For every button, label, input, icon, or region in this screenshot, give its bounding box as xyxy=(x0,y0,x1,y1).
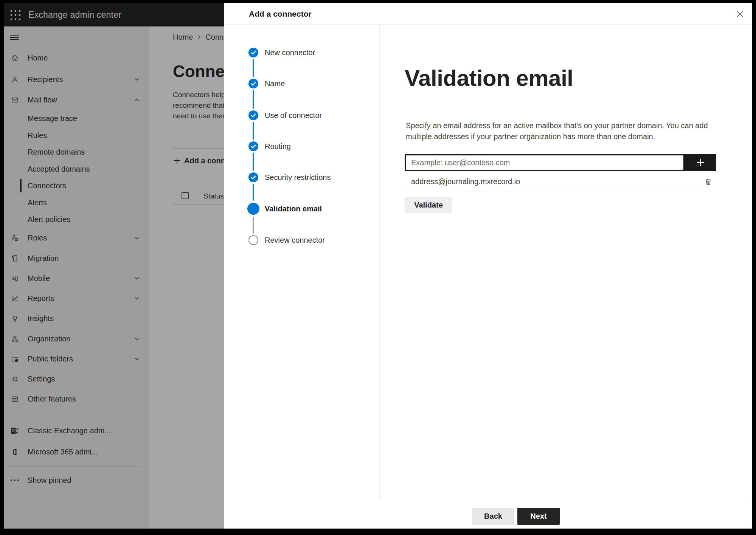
step-completed-icon xyxy=(248,110,258,120)
step-description-line: Specify an email address for an active m… xyxy=(406,120,708,131)
panel-footer: Back Next xyxy=(224,500,752,529)
step-label: Review connector xyxy=(265,236,325,245)
step-completed-icon xyxy=(248,48,258,57)
wizard-steps: New connector Name Use of connector Rout… xyxy=(224,25,380,500)
back-button[interactable]: Back xyxy=(472,508,514,525)
close-icon xyxy=(735,9,744,19)
validation-email-input[interactable] xyxy=(405,154,685,171)
step-connector-line xyxy=(253,90,254,109)
step-connector-line xyxy=(253,217,254,234)
step-label: New connector xyxy=(265,48,315,57)
trash-icon xyxy=(704,178,713,186)
email-address-value: address@journaling.mxrecord.io xyxy=(411,177,520,186)
step-label: Validation email xyxy=(265,205,322,213)
step-upcoming-icon xyxy=(248,235,258,245)
step-connector-line xyxy=(253,184,254,201)
panel-title: Add a connector xyxy=(249,3,312,25)
step-description-line: multiple addresses if your partner organ… xyxy=(406,131,708,142)
validate-button[interactable]: Validate xyxy=(405,197,452,213)
step-label: Security restrictions xyxy=(265,173,331,182)
step-completed-icon xyxy=(248,172,258,182)
validation-email-step-content: Validation email Specify an email addres… xyxy=(380,25,752,500)
step-connector-line xyxy=(253,153,254,171)
step-connector-line xyxy=(253,122,254,140)
step-description: Specify an email address for an active m… xyxy=(406,120,708,142)
address-list-divider xyxy=(405,191,716,191)
step-heading: Validation email xyxy=(405,65,573,91)
next-button[interactable]: Next xyxy=(517,508,560,525)
step-completed-icon xyxy=(248,141,258,151)
plus-icon xyxy=(695,158,705,167)
step-completed-icon xyxy=(248,79,258,88)
delete-address-button[interactable] xyxy=(701,174,716,189)
close-button[interactable] xyxy=(734,8,746,20)
add-connector-panel: Add a connector New connector Name xyxy=(224,3,752,529)
step-current-icon xyxy=(247,203,259,215)
email-address-row: address@journaling.mxrecord.io xyxy=(405,174,716,189)
app-window: Exchange admin center Home Recipients Ma… xyxy=(4,3,752,529)
step-connector-line xyxy=(253,59,254,77)
step-label: Use of connector xyxy=(265,111,322,120)
add-email-button[interactable] xyxy=(685,154,716,171)
step-label: Routing xyxy=(265,142,291,151)
panel-header: Add a connector xyxy=(224,3,752,25)
step-label: Name xyxy=(265,79,285,88)
